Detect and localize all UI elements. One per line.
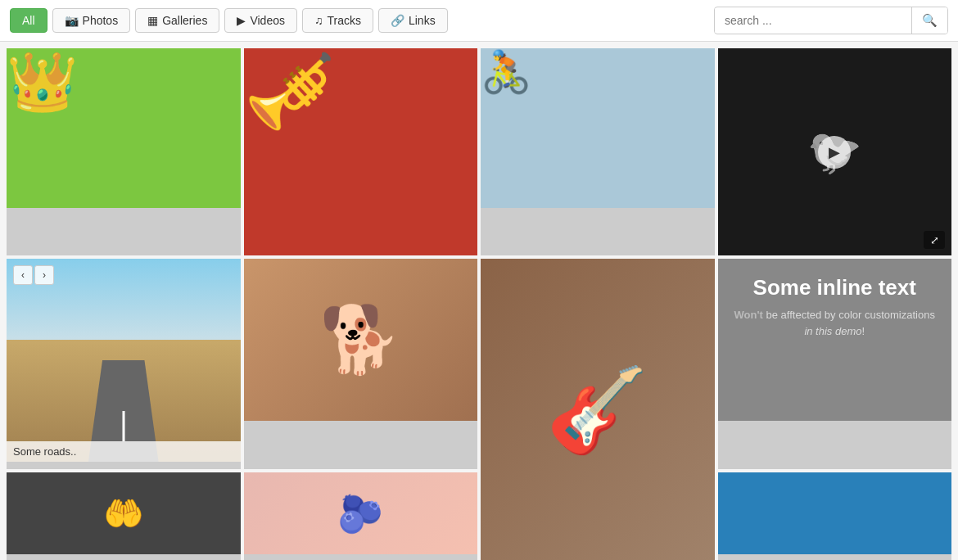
search-input[interactable] (715, 8, 911, 33)
prev-button[interactable]: ‹ (13, 265, 33, 285)
list-item[interactable]: 🚴 (481, 48, 715, 255)
hands-icon: 🤲 (103, 495, 144, 533)
list-item[interactable]: 🫐 (244, 472, 478, 560)
video-icon: ▶ (237, 14, 246, 27)
banjo-icon: 🎸 (546, 362, 648, 458)
bike-icon: 🚴 (481, 49, 531, 95)
list-item[interactable]: 🎸 (481, 259, 715, 560)
search-button[interactable]: 🔍 (911, 7, 947, 34)
list-item[interactable]: 🎺 (244, 48, 478, 255)
expand-icon: ⤢ (930, 234, 939, 246)
dog-icon: 🐕 (319, 301, 401, 378)
expand-button[interactable]: ⤢ (924, 231, 945, 249)
nav-links-button[interactable]: 🔗 Links (378, 8, 448, 33)
list-item[interactable]: 👑 (7, 48, 241, 255)
nav-galleries-label: Galleries (162, 14, 207, 27)
nav-links-label: Links (409, 14, 436, 27)
nav-arrows: ‹ › (13, 265, 54, 285)
inline-text-title: Some inline text (734, 275, 936, 300)
nav-tracks-label: Tracks (327, 14, 360, 27)
list-item[interactable]: 🤲 (7, 472, 241, 560)
link-icon: 🔗 (391, 14, 404, 27)
nav-tracks-button[interactable]: ♫ Tracks (302, 8, 373, 33)
play-button[interactable]: ▶ (818, 136, 851, 169)
music-icon: ♫ (314, 14, 323, 27)
raspberries-icon: 🫐 (337, 492, 383, 535)
camera-icon: 📷 (65, 14, 79, 27)
search-area: 🔍 (714, 7, 948, 34)
top-nav: All 📷 Photos ▦ Galleries ▶ Videos ♫ Trac… (0, 0, 958, 42)
nav-photos-button[interactable]: 📷 Photos (52, 8, 131, 33)
nav-videos-button[interactable]: ▶ Videos (224, 8, 297, 33)
list-item[interactable]: 🐦 ▶ ⤢ (718, 48, 952, 255)
inline-text-body: Won't be afftected by color customizatio… (734, 307, 936, 339)
media-grid: 👑 🎺 🚴 🐦 ▶ ⤢ (0, 42, 958, 560)
inline-body-rest: be afftected by color customizations (763, 309, 935, 321)
crown-icon: 👑 (7, 50, 78, 114)
nav-videos-label: Videos (250, 14, 285, 27)
list-item[interactable] (718, 472, 952, 560)
galleries-icon: ▦ (147, 14, 158, 27)
list-item[interactable]: ‹ › Some roads.. (7, 259, 241, 469)
list-item[interactable]: 🐕 (244, 259, 478, 469)
trumpet-icon: 🎺 (244, 50, 336, 132)
next-button[interactable]: › (34, 265, 54, 285)
nav-galleries-button[interactable]: ▦ Galleries (135, 8, 219, 33)
nav-photos-label: Photos (83, 14, 119, 27)
inline-bold-text: Won't (734, 309, 763, 321)
search-icon: 🔍 (922, 13, 938, 27)
play-icon: ▶ (829, 143, 840, 161)
nav-all-button[interactable]: All (10, 8, 47, 33)
image-caption: Some roads.. (7, 441, 241, 462)
list-item: Some inline text Won't be afftected by c… (718, 259, 952, 469)
inline-body-end: ! (861, 325, 865, 337)
inline-italic-text: in this demo (804, 325, 861, 337)
